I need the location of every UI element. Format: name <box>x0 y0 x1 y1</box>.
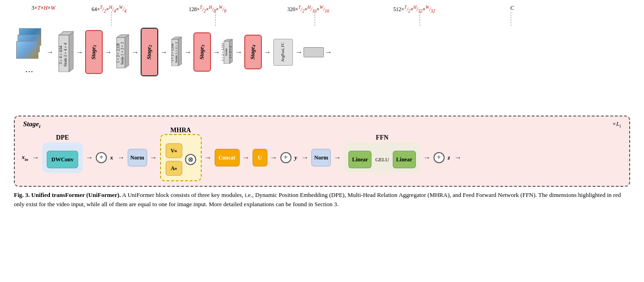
avgpool-shape: AvgPool, FC <box>273 39 293 66</box>
arrow-b6: → <box>270 153 278 162</box>
avgpool-label: AvgPool, FC <box>281 43 285 62</box>
dwconv-box: DWConv <box>47 151 78 168</box>
dim-label-1: 64×T/2×H/4×W/4 <box>92 5 126 13</box>
arrow-b9: → <box>423 153 431 162</box>
stage-block-4: Stage4 <box>244 35 262 69</box>
small-label-1: 1×2×2,256Stride 1×2×2 <box>170 41 179 65</box>
bottom-inner: xin → DPE DWConv → + x → Norm → MHRA <box>22 134 622 181</box>
conv-block-2: 1×2×2,128Stride 1×2×2 <box>114 34 129 70</box>
dpe-title: DPE <box>56 134 69 141</box>
ffn-title: FFN <box>376 134 388 141</box>
arrow-b4: → <box>204 153 212 162</box>
stage-1-label: Stage1 <box>90 45 97 60</box>
stage-block-3: Stage3 <box>193 32 211 72</box>
stage-3-label: Stage3 <box>198 45 205 60</box>
arrow-b8: → <box>334 153 341 162</box>
concat-box: Concat <box>215 149 240 166</box>
plus-circle-3: + <box>433 152 445 163</box>
bottom-stage-diagram: Stagei ×Li xin → DPE DWConv → + x → Norm… <box>14 116 630 187</box>
u-box: U <box>253 149 267 166</box>
plus-circle-1: + <box>96 152 107 163</box>
dashed-line-1 <box>111 12 111 26</box>
conv-label-1: 3×4×4,64Stride 2×4×4 <box>57 40 69 70</box>
norm-1-box: Norm <box>128 149 147 166</box>
input-images: ⋯ <box>16 28 42 76</box>
x-in-label: xin <box>22 153 28 162</box>
conv-label-2: 1×2×2,128Stride 1×2×2 <box>115 39 125 67</box>
dim-labels-row: 3×T×H×W 64×T/2×H/4×W/4 128×T/2×H/8×W/8 3… <box>14 5 630 27</box>
stage-i-label: Stagei <box>23 120 40 129</box>
figure-caption: Fig. 3. Unified transFormer (UniFormer).… <box>14 190 630 208</box>
small-block-2: 1×2×2,512Stride 1×2×2 <box>223 38 233 66</box>
dim-label-2: 128×T/2×H/8×W/8 <box>189 5 226 13</box>
stage-block-2: Stage2 <box>141 28 158 76</box>
arrow-9: → <box>295 48 303 56</box>
small-block-1: 1×2×2,256Stride 1×2×2 <box>170 36 182 68</box>
stage-4-label: Stage4 <box>249 45 256 60</box>
conv-block-1: 3×4×4,64Stride 2×4×4 <box>56 31 74 74</box>
arrow-b10: → <box>454 153 462 162</box>
dpe-section: DPE DWConv <box>42 142 83 173</box>
ffn-box: FFN Linear GELU Linear <box>344 142 420 173</box>
arrow-b5: → <box>242 153 250 162</box>
y-label: y <box>295 154 297 161</box>
stage-i-sub: i <box>39 123 40 129</box>
arrow-b7: → <box>301 153 309 162</box>
top-diagram: 3×T×H×W 64×T/2×H/4×W/4 128×T/2×H/8×W/8 3… <box>14 5 630 111</box>
mhra-box: MHRA Vn An ⊗ <box>160 134 202 181</box>
repeat-label: ×Li <box>612 120 621 129</box>
arrow-4: → <box>160 48 167 56</box>
stage-block-1: Stage1 <box>85 30 103 74</box>
dpe-box: DPE DWConv <box>42 142 83 173</box>
arrow-6: → <box>213 48 220 56</box>
vn-box: Vn <box>166 143 182 158</box>
ffn-section: FFN Linear GELU Linear <box>344 142 420 173</box>
arrow-2: → <box>105 48 112 56</box>
vn-an-stack: Vn An <box>166 143 182 176</box>
ellipsis: ⋯ <box>25 66 33 76</box>
arrow-b3: → <box>150 153 157 162</box>
x-label: x <box>110 154 113 161</box>
arrow-b2: → <box>118 153 125 162</box>
times-circle: ⊗ <box>185 154 196 165</box>
arrow-3: → <box>131 48 139 56</box>
avgpool-block: AvgPool, FC <box>273 39 293 66</box>
arrow-8: → <box>264 48 271 56</box>
img-card-3 <box>16 41 38 59</box>
dim-label-3: 320×T/2×H/16×W/16 <box>287 5 329 13</box>
svg-marker-4 <box>125 35 129 68</box>
dim-label-5: C <box>510 5 514 12</box>
arrow-b0: → <box>32 153 39 162</box>
z-label: z <box>448 154 450 161</box>
fig-num: Fig. 3. <box>14 191 31 198</box>
linear-1-box: Linear <box>348 151 372 168</box>
svg-marker-1 <box>69 31 74 72</box>
mhra-title: MHRA <box>170 127 191 134</box>
arrow-7: → <box>235 48 242 56</box>
linear-2-box: Linear <box>393 151 416 168</box>
svg-marker-7 <box>178 37 182 66</box>
top-arch-wrapper: ⋯ → 3×4×4,64Stride 2×4×4 → Stage1 → <box>16 28 333 76</box>
repeat-sub: i <box>619 123 621 129</box>
dim-label-4: 512×T/2×H/32×W/32 <box>393 5 435 13</box>
small-label-2: 1×2×2,512Stride 1×2×2 <box>223 42 230 62</box>
main-container: 3×T×H×W 64×T/2×H/4×W/4 128×T/2×H/8×W/8 3… <box>0 0 644 213</box>
arrow-5: → <box>184 48 192 56</box>
plus-circle-2: + <box>280 152 291 163</box>
arrow-10: → <box>325 48 332 56</box>
image-stack <box>16 28 42 65</box>
dashed-line-4 <box>420 12 420 26</box>
stage-2-label: Stage2 <box>146 45 153 60</box>
arrow-1: → <box>76 48 83 56</box>
dashed-line-5 <box>511 12 511 26</box>
gelu-label: GELU <box>375 157 389 162</box>
arrow-0: → <box>46 48 54 56</box>
dashed-line-2 <box>215 12 216 26</box>
fig-title-bold: Unified transFormer (UniFormer). <box>31 191 121 198</box>
norm-2-box: Norm <box>311 149 331 166</box>
dashed-line-3 <box>315 12 315 26</box>
an-box: An <box>166 161 182 176</box>
output-box <box>303 47 324 57</box>
mhra-section: MHRA Vn An ⊗ <box>160 134 202 181</box>
arrow-b1: → <box>86 153 93 162</box>
